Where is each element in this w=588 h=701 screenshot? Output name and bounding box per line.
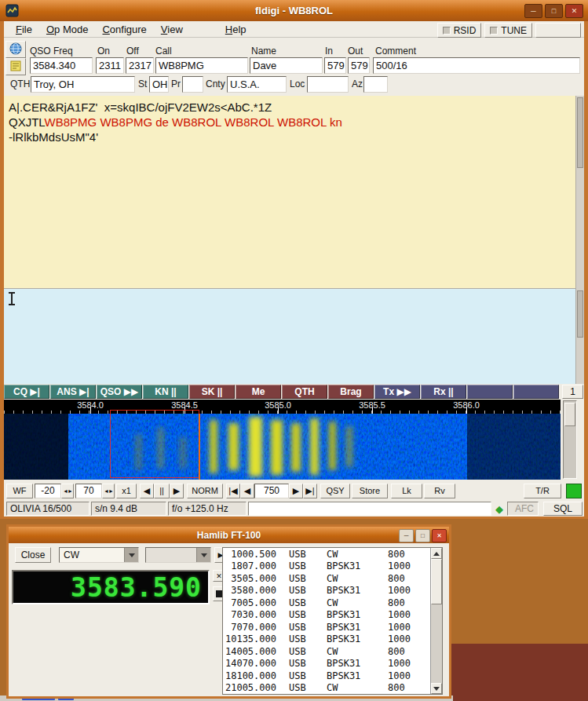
tx-rx-toggle[interactable]: T/R [524, 484, 561, 498]
minimize-button[interactable]: ─ [524, 4, 542, 18]
macro-button[interactable]: Brag [328, 385, 374, 399]
scroll-up-button[interactable] [431, 548, 442, 559]
wf-low-spinner[interactable]: ◄► [61, 484, 74, 498]
freq-list-row[interactable]: 14005.000USBCW800 [223, 645, 442, 658]
macro-button[interactable]: SK || [189, 385, 235, 399]
locator-field[interactable] [307, 76, 349, 93]
qso-freq-field[interactable]: 3584.340 [30, 57, 93, 74]
tune-toggle[interactable]: TUNE [484, 23, 532, 38]
minimize-button[interactable]: ─ [399, 529, 414, 542]
dropdown-arrow-icon[interactable] [196, 548, 210, 562]
carrier-fine-down-button[interactable]: ◀ [240, 484, 254, 498]
text-scrollbar[interactable] [575, 96, 584, 384]
slider-thumb[interactable] [564, 403, 575, 426]
sql-toggle[interactable]: SQL [543, 502, 583, 516]
close-button[interactable]: ✕ [565, 4, 583, 18]
rsid-toggle[interactable]: RSID [437, 23, 482, 38]
wf-mode-button[interactable]: WF [6, 484, 33, 498]
time-on-field[interactable]: 2311 [96, 57, 124, 74]
carrier-frequency-value[interactable]: 750 [254, 484, 289, 498]
menu-help[interactable]: Help [218, 22, 254, 37]
frequency-list[interactable]: 1000.500USBCW800 1807.000USBBPSK311000 3… [222, 547, 443, 695]
afc-toggle[interactable]: AFC [507, 502, 539, 516]
macro-button[interactable]: QTH [282, 385, 327, 399]
freq-list-row[interactable]: 1000.500USBCW800 [223, 548, 442, 560]
freq-list-row[interactable]: 7005.000USBCW800 [223, 597, 442, 609]
macro-button[interactable] [467, 385, 513, 399]
province-field[interactable] [182, 76, 203, 93]
time-off-field[interactable]: 2317 [126, 57, 154, 74]
tx-text-area[interactable] [4, 289, 575, 384]
macro-page-button[interactable]: 1 [562, 385, 583, 399]
freq-list-row[interactable]: 1807.000USBBPSK311000 [223, 560, 442, 573]
carrier-coarse-up-button[interactable]: ▶| [303, 484, 317, 498]
dropdown-arrow-icon[interactable] [124, 548, 138, 562]
menu-file[interactable]: File [9, 22, 39, 37]
macro-button[interactable] [513, 385, 559, 399]
macro-button[interactable]: Tx ▶▶ [374, 385, 420, 399]
reverse-toggle[interactable]: Rv [424, 484, 455, 498]
waterfall-display[interactable] [4, 414, 561, 480]
lock-toggle[interactable]: Lk [391, 484, 422, 498]
carrier-cursor[interactable] [199, 414, 200, 480]
carrier-fine-up-button[interactable]: ▶ [289, 484, 303, 498]
scroll-down-button[interactable] [431, 683, 442, 694]
macro-button[interactable]: ANS ▶| [50, 385, 96, 399]
wf-slide-right-button[interactable]: ▶ [170, 484, 184, 498]
titlebar[interactable]: fldigi - WB8ROL ─ □ ✕ [0, 0, 588, 21]
freq-list-row[interactable]: 21005.000USBCW800 [223, 682, 442, 695]
qth-field[interactable]: Troy, OH [31, 76, 135, 93]
wf-range-spinner[interactable]: ◄► [102, 484, 115, 498]
maximize-button[interactable]: □ [545, 4, 563, 18]
scrollbar-thumb[interactable] [577, 97, 583, 168]
name-field[interactable]: Dave [250, 57, 323, 74]
country-field[interactable]: U.S.A. [227, 76, 287, 93]
freq-list-row[interactable]: 18100.000USBBPSK311000 [223, 670, 442, 682]
carrier-coarse-down-button[interactable]: |◀ [226, 484, 240, 498]
macro-button[interactable]: QSO ▶▶ [97, 385, 142, 399]
scrollbar-thumb[interactable] [431, 559, 442, 604]
wf-speed-button[interactable]: NORM [187, 484, 223, 498]
menu-view[interactable]: View [154, 22, 190, 37]
rx-text-area[interactable]: A|.CER&RjA1FZ' x=skqIBC/ojFV2EW2s<AbC.*1… [4, 96, 575, 289]
mode-status[interactable]: OLIVIA 16/500 [6, 502, 89, 516]
bandwidth-select[interactable] [145, 547, 211, 563]
log-save-button[interactable] [5, 58, 26, 75]
freq-list-row[interactable]: 7070.000USBBPSK311000 [223, 621, 442, 633]
hamlib-titlebar[interactable]: Hamlib FT-100 ─ □ ✕ [9, 527, 449, 543]
wf-slide-left-button[interactable]: ◀ [140, 484, 154, 498]
waterfall[interactable]: 3584.0 3584.5 3585.0 3585.5 3586.0 [4, 400, 561, 480]
azimuth-field[interactable] [363, 76, 388, 93]
menu-op-mode[interactable]: Op Mode [39, 22, 96, 37]
macro-button[interactable]: Rx || [421, 385, 466, 399]
qrz-lookup-button[interactable] [5, 41, 26, 58]
qsy-button[interactable]: QSY [320, 484, 350, 498]
freq-list-row[interactable]: 14070.000USBBPSK311000 [223, 658, 442, 670]
macro-button[interactable]: CQ ▶| [4, 385, 49, 399]
wf-zoom-button[interactable]: x1 [116, 484, 137, 498]
maximize-button[interactable]: □ [415, 529, 430, 542]
mode-select[interactable]: CW [59, 547, 139, 563]
macro-button[interactable]: KN || [143, 385, 188, 399]
scrollbar-thumb[interactable] [577, 290, 583, 338]
rst-in-field[interactable]: 579 [324, 57, 346, 74]
wf-hold-button[interactable]: || [154, 484, 170, 498]
waterfall-gain-slider[interactable] [563, 400, 577, 479]
macro-button[interactable]: Me [236, 385, 281, 399]
freq-list-row[interactable]: 7030.000USBBPSK311000 [223, 609, 442, 622]
rst-out-field[interactable]: 579 [348, 57, 370, 74]
wf-low-value[interactable]: -20 [35, 484, 61, 498]
state-field[interactable]: OH [149, 76, 169, 93]
comment-field[interactable]: 500/16 [373, 57, 580, 74]
hamlib-close-button[interactable]: Close [15, 547, 51, 563]
list-scrollbar[interactable] [430, 548, 442, 694]
wf-range-value[interactable]: 70 [75, 484, 102, 498]
freq-list-row[interactable]: 3505.000USBCW800 [223, 572, 442, 585]
freq-list-row[interactable]: 3580.000USBBPSK311000 [223, 585, 442, 597]
close-button[interactable]: ✕ [432, 529, 447, 542]
store-button[interactable]: Store [352, 484, 388, 498]
menu-configure[interactable]: Configure [95, 22, 153, 37]
spot-button[interactable] [535, 23, 581, 38]
call-field[interactable]: WB8PMG [155, 57, 248, 74]
freq-list-row[interactable]: 10135.000USBBPSK311000 [223, 633, 442, 646]
